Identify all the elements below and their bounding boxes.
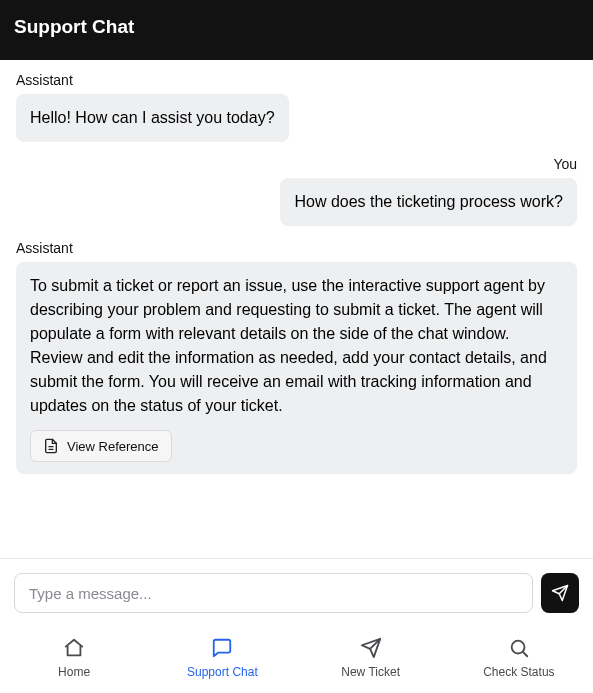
app-root: Support Chat Assistant Hello! How can I …: [0, 0, 593, 693]
chat-message: Assistant Hello! How can I assist you to…: [16, 72, 577, 142]
chat-scroll[interactable]: Assistant Hello! How can I assist you to…: [0, 60, 593, 558]
tab-check-status[interactable]: Check Status: [479, 637, 559, 679]
tab-new-ticket[interactable]: New Ticket: [331, 637, 411, 679]
view-reference-button[interactable]: View Reference: [30, 430, 172, 462]
message-sender-label: Assistant: [16, 240, 73, 256]
page-title: Support Chat: [14, 16, 579, 38]
chat-message: You How does the ticketing process work?: [16, 156, 577, 226]
view-reference-label: View Reference: [67, 439, 159, 454]
tab-label: Support Chat: [187, 665, 258, 679]
message-sender-label: Assistant: [16, 72, 73, 88]
message-input[interactable]: [14, 573, 533, 613]
message-sender-label: You: [553, 156, 577, 172]
svg-point-6: [512, 641, 525, 654]
send-button[interactable]: [541, 573, 579, 613]
svg-line-7: [523, 652, 527, 656]
send-icon: [551, 584, 569, 602]
message-bubble: To submit a ticket or report an issue, u…: [16, 262, 577, 474]
home-icon: [63, 637, 85, 659]
tab-home[interactable]: Home: [34, 637, 114, 679]
bottom-tab-bar: Home Support Chat New Ticket: [0, 627, 593, 693]
chat-icon: [211, 637, 233, 659]
tab-label: Home: [58, 665, 90, 679]
message-bubble: Hello! How can I assist you today?: [16, 94, 289, 142]
message-text: To submit a ticket or report an issue, u…: [30, 277, 547, 414]
tab-label: Check Status: [483, 665, 554, 679]
header-bar: Support Chat: [0, 0, 593, 60]
document-icon: [43, 438, 59, 454]
tab-support-chat[interactable]: Support Chat: [182, 637, 262, 679]
composer: [14, 573, 579, 613]
search-icon: [508, 637, 530, 659]
message-bubble: How does the ticketing process work?: [280, 178, 577, 226]
chat-message: Assistant To submit a ticket or report a…: [16, 240, 577, 474]
tab-label: New Ticket: [341, 665, 400, 679]
send-icon: [360, 637, 382, 659]
composer-area: [0, 558, 593, 627]
